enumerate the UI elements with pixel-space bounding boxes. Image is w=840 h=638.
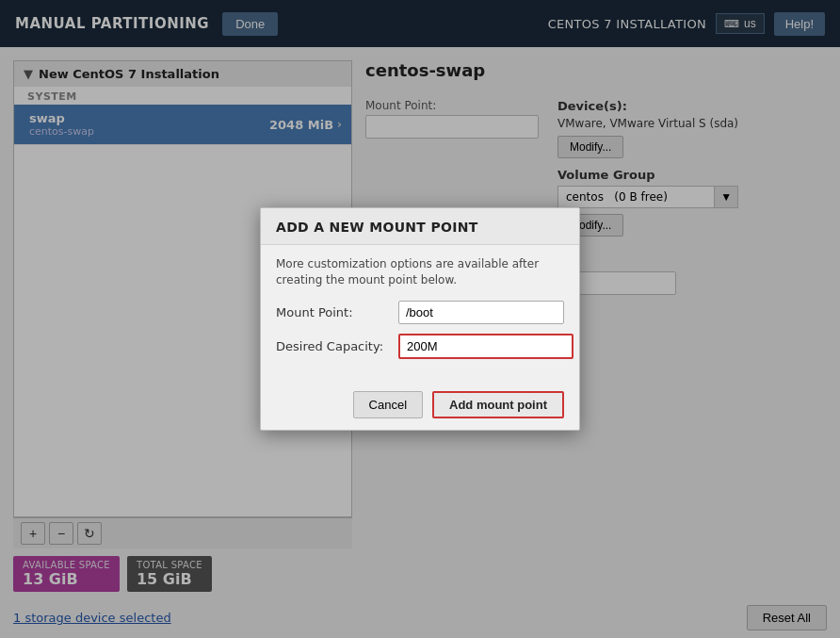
dialog-capacity-input[interactable] <box>398 334 573 359</box>
add-mount-dialog: ADD A NEW MOUNT POINT More customization… <box>260 207 580 432</box>
add-mount-point-button[interactable]: Add mount point <box>432 391 564 418</box>
dialog-mount-point-input[interactable] <box>399 302 564 323</box>
dialog-description: More customization options are available… <box>276 256 564 288</box>
dialog-capacity-label: Desired Capacity: <box>276 339 398 353</box>
main-window: MANUAL PARTITIONING Done CENTOS 7 INSTAL… <box>0 0 840 638</box>
dialog-overlay: ADD A NEW MOUNT POINT More customization… <box>0 0 840 638</box>
dialog-title: ADD A NEW MOUNT POINT <box>276 220 564 235</box>
dialog-capacity-field: Desired Capacity: <box>276 334 564 359</box>
dialog-header: ADD A NEW MOUNT POINT <box>261 208 579 245</box>
mount-input-wrap: ▼ <box>398 301 564 324</box>
dialog-mount-point-label: Mount Point: <box>276 305 398 319</box>
dialog-mount-point-field: Mount Point: ▼ <box>276 301 564 324</box>
cancel-button[interactable]: Cancel <box>353 391 423 418</box>
dialog-body: More customization options are available… <box>261 245 579 384</box>
dialog-buttons: Cancel Add mount point <box>261 384 579 430</box>
